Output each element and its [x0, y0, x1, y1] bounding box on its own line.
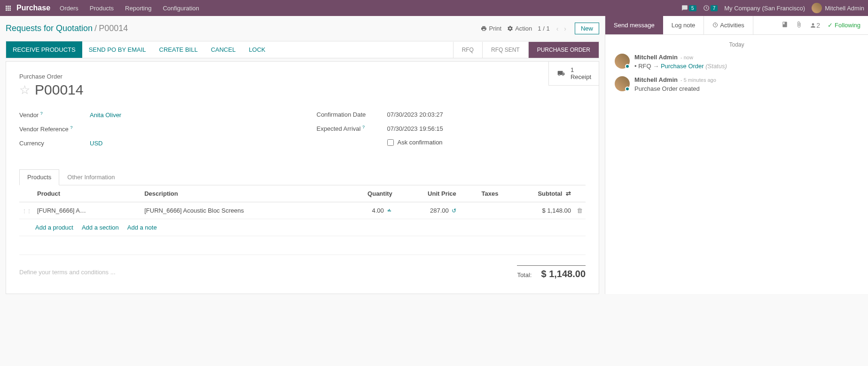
- add-product-link[interactable]: Add a product: [35, 224, 73, 231]
- user-menu[interactable]: Mitchell Admin: [812, 3, 864, 13]
- vendor-label: Vendor ?: [19, 111, 90, 119]
- expected-label: Expected Arrival ?: [317, 125, 387, 132]
- breadcrumb-current: P00014: [99, 24, 128, 33]
- expected-field[interactable]: 07/30/2023 19:56:15: [387, 125, 443, 132]
- new-button[interactable]: New: [575, 23, 599, 34]
- record-title-label: Purchase Order: [19, 73, 586, 80]
- col-quantity: Quantity: [338, 185, 395, 202]
- clock-count: 7: [711, 5, 718, 11]
- apps-icon[interactable]: [4, 4, 13, 13]
- status-bar: RFQ RFQ SENT PURCHASE ORDER: [453, 42, 599, 58]
- receipt-count: 1: [571, 66, 591, 73]
- receive-products-button[interactable]: RECEIVE PRODUCTS: [6, 41, 82, 58]
- row-description[interactable]: [FURN_6666] Acoustic Bloc Screens: [141, 202, 338, 219]
- action-button[interactable]: Action: [507, 25, 532, 32]
- ask-confirmation-checkbox[interactable]: [387, 139, 394, 146]
- avatar: [812, 3, 822, 13]
- row-quantity[interactable]: 4.00: [372, 207, 384, 214]
- cancel-button[interactable]: CANCEL: [204, 41, 242, 58]
- total-value: $ 1,148.00: [541, 269, 586, 279]
- nav-configuration[interactable]: Configuration: [163, 5, 199, 12]
- total-label: Total:: [517, 271, 532, 278]
- col-product: Product: [34, 185, 141, 202]
- chat-count: 5: [689, 5, 696, 11]
- vendor-ref-label: Vendor Reference ?: [19, 125, 90, 133]
- following-button[interactable]: ✓ Following: [828, 22, 860, 29]
- add-section-link[interactable]: Add a section: [82, 224, 119, 231]
- clock-icon[interactable]: 7: [703, 5, 718, 11]
- chatter-message: Mitchell Admin- now RFQ → Purchase Order…: [615, 54, 859, 70]
- chatter-message: Mitchell Admin- 5 minutes ago Purchase O…: [615, 76, 859, 92]
- status-purchase-order[interactable]: PURCHASE ORDER: [528, 42, 599, 58]
- currency-field[interactable]: USD: [90, 140, 102, 147]
- today-separator: Today: [615, 41, 859, 48]
- app-name[interactable]: Purchase: [16, 4, 50, 12]
- avatar: [615, 76, 630, 91]
- followers-icon[interactable]: 2: [810, 22, 820, 29]
- pager: 1 / 1 ‹ ›: [538, 24, 569, 33]
- receipt-button[interactable]: 1 Receipt: [548, 62, 599, 86]
- order-number: P00014: [35, 82, 83, 98]
- star-icon[interactable]: ☆: [19, 83, 30, 97]
- forecast-icon[interactable]: [387, 207, 392, 214]
- receipt-label: Receipt: [571, 73, 591, 80]
- col-subtotal: Subtotal ⇄: [501, 185, 574, 202]
- nav-reporting[interactable]: Reporting: [125, 5, 151, 12]
- add-note-link[interactable]: Add a note: [127, 224, 157, 231]
- row-product[interactable]: [FURN_6666] Acoustic …: [37, 207, 89, 214]
- breadcrumb: Requests for Quotation / P00014: [6, 24, 128, 33]
- sliders-icon: ⇄: [566, 190, 571, 197]
- table-row[interactable]: ⋮⋮ [FURN_6666] Acoustic … [FURN_6666] Ac…: [19, 202, 586, 219]
- lock-button[interactable]: LOCK: [242, 41, 272, 58]
- nav-products[interactable]: Products: [90, 5, 114, 12]
- confirm-date-label: Confirmation Date: [317, 111, 387, 118]
- pager-next[interactable]: ›: [561, 24, 569, 33]
- status-rfq-sent[interactable]: RFQ SENT: [482, 42, 528, 58]
- tab-products[interactable]: Products: [19, 169, 59, 185]
- col-unit-price: Unit Price: [395, 185, 459, 202]
- book-icon[interactable]: [782, 21, 788, 29]
- col-description: Description: [141, 185, 338, 202]
- pager-prev[interactable]: ‹: [554, 24, 562, 33]
- currency-label: Currency: [19, 140, 90, 147]
- delete-row-icon[interactable]: 🗑: [577, 207, 583, 214]
- send-message-button[interactable]: Send message: [605, 16, 663, 34]
- tab-other-info[interactable]: Other Information: [59, 169, 123, 185]
- confirm-date-field[interactable]: 07/30/2023 20:03:27: [387, 111, 443, 118]
- truck-icon: [556, 70, 566, 77]
- activities-button[interactable]: Activities: [704, 16, 753, 34]
- history-icon[interactable]: ↺: [452, 207, 456, 214]
- vendor-field[interactable]: Anita Oliver: [90, 111, 121, 119]
- company-name[interactable]: My Company (San Francisco): [724, 5, 805, 12]
- row-unit-price[interactable]: 287.00: [430, 207, 449, 214]
- log-note-button[interactable]: Log note: [663, 16, 704, 34]
- status-rfq[interactable]: RFQ: [453, 42, 482, 58]
- nav-orders[interactable]: Orders: [60, 5, 78, 12]
- avatar: [615, 54, 630, 69]
- create-bill-button[interactable]: CREATE BILL: [153, 41, 204, 58]
- row-taxes[interactable]: [459, 202, 501, 219]
- user-name: Mitchell Admin: [825, 5, 864, 12]
- print-button[interactable]: Print: [481, 25, 501, 32]
- breadcrumb-root[interactable]: Requests for Quotation: [6, 24, 93, 33]
- terms-placeholder[interactable]: Define your terms and conditions ...: [19, 269, 116, 276]
- ask-confirmation-label: Ask confirmation: [398, 139, 443, 146]
- attachment-icon[interactable]: [796, 21, 802, 29]
- row-subtotal: $ 1,148.00: [501, 202, 574, 219]
- col-taxes: Taxes: [459, 185, 501, 202]
- drag-handle-icon[interactable]: ⋮⋮: [22, 208, 31, 214]
- chat-icon[interactable]: 5: [681, 5, 696, 11]
- send-po-email-button[interactable]: SEND PO BY EMAIL: [82, 41, 153, 58]
